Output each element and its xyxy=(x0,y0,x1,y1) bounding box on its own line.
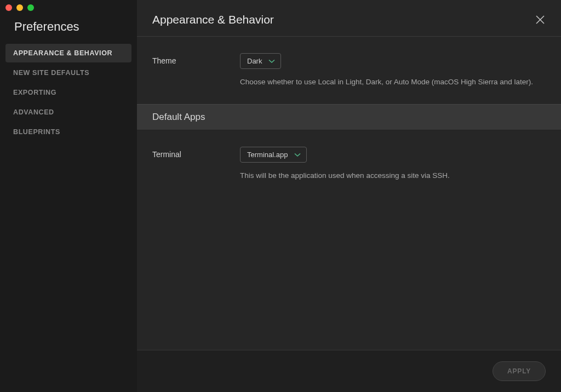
footer: Apply xyxy=(137,350,561,392)
window-maximize-button[interactable] xyxy=(27,4,34,11)
chevron-down-icon xyxy=(268,59,275,64)
theme-label: Theme xyxy=(152,53,240,65)
sidebar: Preferences Appearance & Behavior New Si… xyxy=(0,0,137,392)
sidebar-item-blueprints[interactable]: Blueprints xyxy=(5,123,131,141)
terminal-label: Terminal xyxy=(152,147,240,159)
window-controls xyxy=(5,4,34,11)
terminal-description: This will be the application used when a… xyxy=(240,170,546,181)
section-header-default-apps: Default Apps xyxy=(137,104,561,130)
main-panel: Appearance & Behavior Theme Dark xyxy=(137,0,561,392)
terminal-select-value: Terminal.app xyxy=(247,151,288,159)
sidebar-item-label: New Site Defaults xyxy=(13,69,89,77)
page-title: Appearance & Behavior xyxy=(152,13,274,26)
setting-row-theme: Theme Dark Choose whether to use Local i… xyxy=(137,37,561,88)
sidebar-item-label: Advanced xyxy=(13,108,54,116)
close-icon[interactable] xyxy=(535,14,546,25)
theme-control: Dark Choose whether to use Local in Ligh… xyxy=(240,53,546,88)
window-close-button[interactable] xyxy=(5,4,12,11)
sidebar-item-exporting[interactable]: Exporting xyxy=(5,83,131,102)
sidebar-items: Appearance & Behavior New Site Defaults … xyxy=(0,44,137,141)
setting-row-terminal: Terminal Terminal.app This will be the a… xyxy=(137,130,561,181)
chevron-down-icon xyxy=(294,153,301,157)
sidebar-item-appearance-behavior[interactable]: Appearance & Behavior xyxy=(5,44,131,62)
sidebar-item-label: Appearance & Behavior xyxy=(13,49,112,57)
main-header: Appearance & Behavior xyxy=(137,0,561,37)
theme-select[interactable]: Dark xyxy=(240,53,281,69)
apply-button[interactable]: Apply xyxy=(493,361,546,381)
terminal-control: Terminal.app This will be the applicatio… xyxy=(240,147,546,181)
sidebar-title: Preferences xyxy=(0,15,137,44)
sidebar-item-advanced[interactable]: Advanced xyxy=(5,103,131,122)
window-minimize-button[interactable] xyxy=(16,4,23,11)
sidebar-item-label: Blueprints xyxy=(13,128,60,136)
terminal-select[interactable]: Terminal.app xyxy=(240,147,307,163)
sidebar-item-label: Exporting xyxy=(13,89,56,96)
theme-description: Choose whether to use Local in Light, Da… xyxy=(240,77,546,88)
sidebar-item-new-site-defaults[interactable]: New Site Defaults xyxy=(5,64,131,82)
content-area: Theme Dark Choose whether to use Local i… xyxy=(137,37,561,350)
theme-select-value: Dark xyxy=(247,57,262,65)
